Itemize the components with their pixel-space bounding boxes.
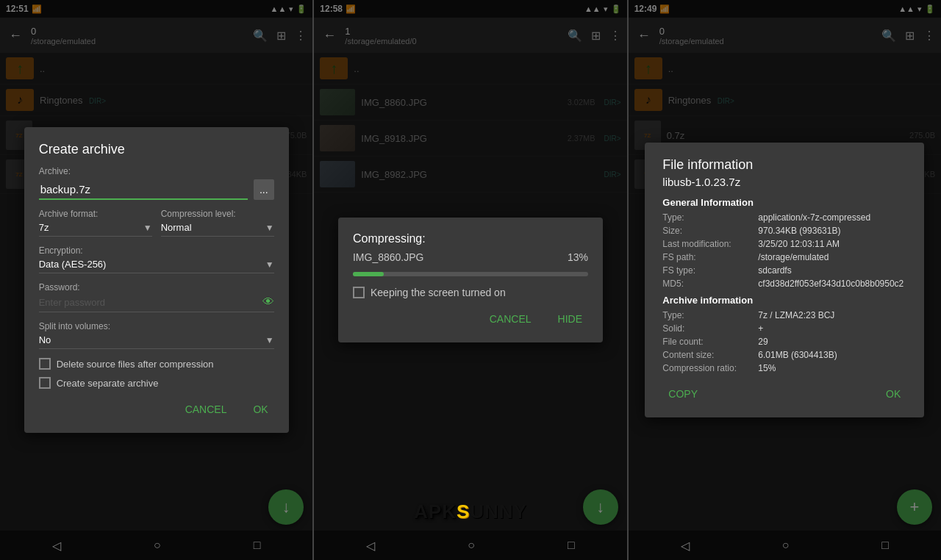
format-value: 7z <box>39 222 143 233</box>
archive-section-label: Archive information <box>662 295 906 306</box>
info-key: Last modification: <box>662 239 758 249</box>
info-key: Type: <box>662 212 758 223</box>
format-arrow-icon: ▼ <box>143 223 152 233</box>
panel-left: 12:51 📶 ▲▲ ▾ 🔋 ← 0 /storage/emulated 🔍 ⊞… <box>0 0 314 560</box>
compression-label: Compression level: <box>161 209 274 219</box>
cancel-button-compress[interactable]: Cancel <box>484 310 537 328</box>
info-row-size: Size: 970.34KB (993631B) <box>662 226 906 236</box>
general-section-label: General Information <box>662 197 906 208</box>
archive-name-input[interactable] <box>39 180 248 200</box>
ok-button-info[interactable]: OK <box>880 385 906 403</box>
archive-label: Archive: <box>39 166 274 176</box>
info-row-fstype: FS type: sdcardfs <box>662 265 906 276</box>
compress-filename-row: IMG_8860.JPG 13% <box>353 251 588 263</box>
info-row-modified: Last modification: 3/25/20 12:03:11 AM <box>662 239 906 249</box>
info-val: 6.01MB (6304413B) <box>758 350 906 360</box>
progress-bar-fill <box>353 272 384 276</box>
info-key: Compression ratio: <box>662 363 758 373</box>
encryption-label: Encryption: <box>39 245 274 256</box>
hide-button[interactable]: Hide <box>552 310 588 328</box>
info-key: Content size: <box>662 350 758 360</box>
file-info-dialog: File information libusb-1.0.23.7z Genera… <box>645 143 924 417</box>
split-select[interactable]: No ▼ <box>39 334 274 349</box>
compression-select[interactable]: Normal ▼ <box>161 222 274 237</box>
create-archive-overlay: Create archive Archive: ... Archive form… <box>0 0 312 560</box>
info-val: application/x-7z-compressed <box>758 212 906 223</box>
encryption-arrow-icon: ▼ <box>265 259 274 270</box>
info-key: Type: <box>662 310 758 320</box>
dialog-title: Create archive <box>39 142 274 157</box>
separate-archive-label: Create separate archive <box>57 378 159 389</box>
compress-overlay: Compressing: IMG_8860.JPG 13% Keeping th… <box>314 0 626 560</box>
cancel-button[interactable]: Cancel <box>179 401 233 418</box>
info-val: /storage/emulated <box>758 252 906 262</box>
copy-button[interactable]: Copy <box>662 385 704 403</box>
password-label: Password: <box>39 282 274 292</box>
info-row-fspath: FS path: /storage/emulated <box>662 252 906 262</box>
compression-value: Normal <box>161 222 265 233</box>
info-val: 29 <box>758 337 906 347</box>
info-val: 7z / LZMA2:23 BCJ <box>758 310 906 320</box>
screen-on-checkbox[interactable] <box>353 287 365 298</box>
split-label: Split into volumes: <box>39 321 274 331</box>
encryption-select[interactable]: Data (AES-256) ▼ <box>39 259 274 273</box>
info-key: FS path: <box>662 252 758 262</box>
archive-row-filecount: File count: 29 <box>662 337 906 347</box>
password-input[interactable] <box>39 297 262 308</box>
info-dialog-title: File information <box>662 157 906 173</box>
format-select[interactable]: 7z ▼ <box>39 222 152 237</box>
screen-on-row[interactable]: Keeping the screen turned on <box>353 287 588 298</box>
delete-source-row[interactable]: Delete source files after compression <box>39 358 274 370</box>
archive-row-contentsize: Content size: 6.01MB (6304413B) <box>662 350 906 360</box>
create-archive-dialog: Create archive Archive: ... Archive form… <box>24 127 289 433</box>
panel-middle: 12:58 📶 ▲▲ ▾ 🔋 ← 1 /storage/emulated/0 🔍… <box>314 0 628 560</box>
wm-s: S <box>457 500 470 523</box>
delete-source-checkbox[interactable] <box>39 358 51 370</box>
progress-bar-bg <box>353 272 588 276</box>
encryption-value: Data (AES-256) <box>39 259 265 270</box>
separate-archive-checkbox[interactable] <box>39 377 51 389</box>
ok-button[interactable]: OK <box>247 401 273 418</box>
info-key: MD5: <box>662 279 758 289</box>
watermark: APKSUNNY <box>414 500 527 523</box>
wm-unny: UNNY <box>470 500 527 523</box>
browse-button[interactable]: ... <box>254 179 274 200</box>
split-value: No <box>39 334 265 345</box>
compress-dialog: Compressing: IMG_8860.JPG 13% Keeping th… <box>338 218 603 342</box>
panel-right: 12:49 📶 ▲▲ ▾ 🔋 ← 0 /storage/emulated 🔍 ⊞… <box>629 0 941 560</box>
info-key: File count: <box>662 337 758 347</box>
info-val: 970.34KB (993631B) <box>758 226 906 236</box>
info-key: Size: <box>662 226 758 236</box>
format-label: Archive format: <box>39 209 152 219</box>
file-info-overlay: File information libusb-1.0.23.7z Genera… <box>629 0 941 560</box>
info-key: FS type: <box>662 265 758 276</box>
info-row-type: Type: application/x-7z-compressed <box>662 212 906 223</box>
info-val: 3/25/20 12:03:11 AM <box>758 239 906 249</box>
screen-on-label: Keeping the screen turned on <box>371 287 506 298</box>
compression-arrow-icon: ▼ <box>265 223 274 233</box>
info-filename: libusb-1.0.23.7z <box>662 176 906 188</box>
info-val: sdcardfs <box>758 265 906 276</box>
separate-archive-row[interactable]: Create separate archive <box>39 377 274 389</box>
compress-percent: 13% <box>568 251 588 263</box>
delete-source-label: Delete source files after compression <box>57 359 214 370</box>
archive-row-ratio: Compression ratio: 15% <box>662 363 906 373</box>
archive-row-type: Type: 7z / LZMA2:23 BCJ <box>662 310 906 320</box>
show-password-icon[interactable]: 👁 <box>262 295 274 309</box>
info-val: cf3d38d2ff053ef343d10c0b8b0950c2 <box>758 279 906 289</box>
info-key: Solid: <box>662 323 758 334</box>
info-row-md5: MD5: cf3d38d2ff053ef343d10c0b8b0950c2 <box>662 279 906 289</box>
info-val: + <box>758 323 906 334</box>
compress-title: Compressing: <box>353 232 588 245</box>
wm-apk: APK <box>414 500 457 523</box>
info-val: 15% <box>758 363 906 373</box>
archive-row-solid: Solid: + <box>662 323 906 334</box>
compress-filename: IMG_8860.JPG <box>353 251 424 263</box>
split-arrow-icon: ▼ <box>265 335 274 345</box>
